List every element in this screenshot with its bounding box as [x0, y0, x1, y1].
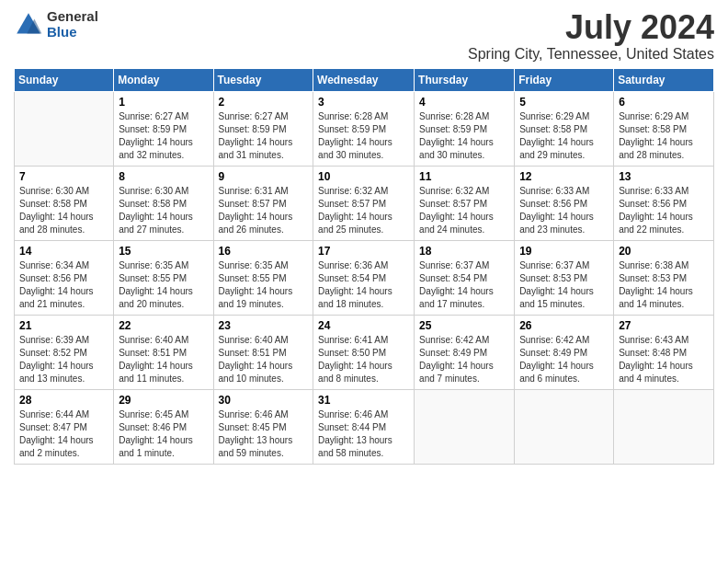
day-info: Sunrise: 6:37 AM Sunset: 8:53 PM Dayligh…: [519, 259, 609, 311]
calendar-cell: 12Sunrise: 6:33 AM Sunset: 8:56 PM Dayli…: [515, 166, 614, 240]
calendar-cell: 30Sunrise: 6:46 AM Sunset: 8:45 PM Dayli…: [213, 389, 313, 464]
day-info: Sunrise: 6:45 AM Sunset: 8:46 PM Dayligh…: [119, 408, 208, 460]
day-info: Sunrise: 6:44 AM Sunset: 8:47 PM Dayligh…: [19, 408, 108, 460]
day-info: Sunrise: 6:33 AM Sunset: 8:56 PM Dayligh…: [519, 185, 609, 236]
page-container: General Blue July 2024 Spring City, Tenn…: [0, 0, 728, 474]
day-number: 28: [19, 394, 108, 407]
col-wednesday: Wednesday: [313, 68, 415, 91]
calendar-cell: 31Sunrise: 6:46 AM Sunset: 8:44 PM Dayli…: [313, 389, 415, 464]
day-info: Sunrise: 6:30 AM Sunset: 8:58 PM Dayligh…: [119, 185, 208, 236]
calendar-week-row: 14Sunrise: 6:34 AM Sunset: 8:56 PM Dayli…: [15, 240, 714, 315]
day-info: Sunrise: 6:29 AM Sunset: 8:58 PM Dayligh…: [519, 110, 609, 162]
day-number: 24: [318, 319, 409, 332]
calendar-week-row: 7Sunrise: 6:30 AM Sunset: 8:58 PM Daylig…: [15, 166, 714, 240]
location-title: Spring City, Tennessee, United States: [468, 46, 714, 63]
calendar-cell: 3Sunrise: 6:28 AM Sunset: 8:59 PM Daylig…: [313, 91, 415, 166]
day-number: 10: [318, 170, 409, 183]
day-number: 11: [419, 170, 509, 183]
day-number: 14: [19, 245, 108, 258]
logo-general: General: [47, 9, 98, 25]
day-number: 19: [519, 245, 609, 258]
calendar-cell: [415, 389, 515, 464]
day-number: 16: [219, 245, 309, 258]
day-info: Sunrise: 6:42 AM Sunset: 8:49 PM Dayligh…: [419, 334, 509, 385]
col-saturday: Saturday: [614, 68, 714, 91]
day-info: Sunrise: 6:30 AM Sunset: 8:58 PM Dayligh…: [19, 185, 108, 236]
day-number: 3: [318, 96, 409, 109]
calendar-cell: 20Sunrise: 6:38 AM Sunset: 8:53 PM Dayli…: [614, 240, 714, 315]
day-number: 5: [519, 96, 609, 109]
day-number: 15: [119, 245, 208, 258]
col-sunday: Sunday: [15, 68, 114, 91]
day-info: Sunrise: 6:35 AM Sunset: 8:55 PM Dayligh…: [119, 259, 208, 311]
day-number: 18: [419, 245, 509, 258]
day-number: 13: [619, 170, 709, 183]
calendar-cell: 15Sunrise: 6:35 AM Sunset: 8:55 PM Dayli…: [114, 240, 213, 315]
calendar-cell: 2Sunrise: 6:27 AM Sunset: 8:59 PM Daylig…: [213, 91, 313, 166]
calendar-cell: 23Sunrise: 6:40 AM Sunset: 8:51 PM Dayli…: [213, 315, 313, 389]
day-number: 31: [318, 394, 409, 407]
day-number: 6: [619, 96, 709, 109]
day-info: Sunrise: 6:38 AM Sunset: 8:53 PM Dayligh…: [619, 259, 709, 311]
logo-text: General Blue: [47, 9, 98, 40]
calendar-table: Sunday Monday Tuesday Wednesday Thursday…: [14, 68, 714, 465]
calendar-cell: 10Sunrise: 6:32 AM Sunset: 8:57 PM Dayli…: [313, 166, 415, 240]
calendar-cell: 18Sunrise: 6:37 AM Sunset: 8:54 PM Dayli…: [415, 240, 515, 315]
day-number: 4: [419, 96, 509, 109]
calendar-cell: 8Sunrise: 6:30 AM Sunset: 8:58 PM Daylig…: [114, 166, 213, 240]
header: General Blue July 2024 Spring City, Tenn…: [14, 9, 714, 63]
day-number: 2: [219, 96, 309, 109]
logo: General Blue: [14, 9, 98, 40]
calendar-week-row: 28Sunrise: 6:44 AM Sunset: 8:47 PM Dayli…: [15, 389, 714, 464]
day-info: Sunrise: 6:28 AM Sunset: 8:59 PM Dayligh…: [318, 110, 409, 162]
calendar-cell: 28Sunrise: 6:44 AM Sunset: 8:47 PM Dayli…: [15, 389, 114, 464]
calendar-week-row: 1Sunrise: 6:27 AM Sunset: 8:59 PM Daylig…: [15, 91, 714, 166]
calendar-cell: 6Sunrise: 6:29 AM Sunset: 8:58 PM Daylig…: [614, 91, 714, 166]
day-number: 17: [318, 245, 409, 258]
col-tuesday: Tuesday: [213, 68, 313, 91]
day-info: Sunrise: 6:39 AM Sunset: 8:52 PM Dayligh…: [19, 334, 108, 385]
calendar-cell: 14Sunrise: 6:34 AM Sunset: 8:56 PM Dayli…: [15, 240, 114, 315]
calendar-cell: [515, 389, 614, 464]
calendar-cell: 5Sunrise: 6:29 AM Sunset: 8:58 PM Daylig…: [515, 91, 614, 166]
day-info: Sunrise: 6:29 AM Sunset: 8:58 PM Dayligh…: [619, 110, 709, 162]
calendar-cell: 16Sunrise: 6:35 AM Sunset: 8:55 PM Dayli…: [213, 240, 313, 315]
day-info: Sunrise: 6:40 AM Sunset: 8:51 PM Dayligh…: [119, 334, 208, 385]
day-number: 25: [419, 319, 509, 332]
day-info: Sunrise: 6:27 AM Sunset: 8:59 PM Dayligh…: [119, 110, 208, 162]
day-info: Sunrise: 6:27 AM Sunset: 8:59 PM Dayligh…: [219, 110, 309, 162]
day-number: 20: [619, 245, 709, 258]
calendar-cell: 7Sunrise: 6:30 AM Sunset: 8:58 PM Daylig…: [15, 166, 114, 240]
day-number: 23: [219, 319, 309, 332]
day-info: Sunrise: 6:46 AM Sunset: 8:45 PM Dayligh…: [219, 408, 309, 460]
day-number: 1: [119, 96, 208, 109]
title-area: July 2024 Spring City, Tennessee, United…: [468, 9, 714, 63]
day-info: Sunrise: 6:33 AM Sunset: 8:56 PM Dayligh…: [619, 185, 709, 236]
day-info: Sunrise: 6:32 AM Sunset: 8:57 PM Dayligh…: [419, 185, 509, 236]
day-number: 29: [119, 394, 208, 407]
day-number: 9: [219, 170, 309, 183]
col-monday: Monday: [114, 68, 213, 91]
calendar-cell: 27Sunrise: 6:43 AM Sunset: 8:48 PM Dayli…: [614, 315, 714, 389]
day-number: 30: [219, 394, 309, 407]
day-number: 27: [619, 319, 709, 332]
calendar-cell: 17Sunrise: 6:36 AM Sunset: 8:54 PM Dayli…: [313, 240, 415, 315]
calendar-cell: [614, 389, 714, 464]
calendar-cell: 19Sunrise: 6:37 AM Sunset: 8:53 PM Dayli…: [515, 240, 614, 315]
calendar-cell: 1Sunrise: 6:27 AM Sunset: 8:59 PM Daylig…: [114, 91, 213, 166]
calendar-cell: [15, 91, 114, 166]
day-number: 7: [19, 170, 108, 183]
calendar-cell: 29Sunrise: 6:45 AM Sunset: 8:46 PM Dayli…: [114, 389, 213, 464]
day-info: Sunrise: 6:36 AM Sunset: 8:54 PM Dayligh…: [318, 259, 409, 311]
day-info: Sunrise: 6:32 AM Sunset: 8:57 PM Dayligh…: [318, 185, 409, 236]
calendar-cell: 24Sunrise: 6:41 AM Sunset: 8:50 PM Dayli…: [313, 315, 415, 389]
day-info: Sunrise: 6:35 AM Sunset: 8:55 PM Dayligh…: [219, 259, 309, 311]
day-info: Sunrise: 6:40 AM Sunset: 8:51 PM Dayligh…: [219, 334, 309, 385]
calendar-cell: 11Sunrise: 6:32 AM Sunset: 8:57 PM Dayli…: [415, 166, 515, 240]
calendar-cell: 25Sunrise: 6:42 AM Sunset: 8:49 PM Dayli…: [415, 315, 515, 389]
col-friday: Friday: [515, 68, 614, 91]
calendar-header-row: Sunday Monday Tuesday Wednesday Thursday…: [15, 68, 714, 91]
day-number: 8: [119, 170, 208, 183]
calendar-week-row: 21Sunrise: 6:39 AM Sunset: 8:52 PM Dayli…: [15, 315, 714, 389]
day-info: Sunrise: 6:37 AM Sunset: 8:54 PM Dayligh…: [419, 259, 509, 311]
